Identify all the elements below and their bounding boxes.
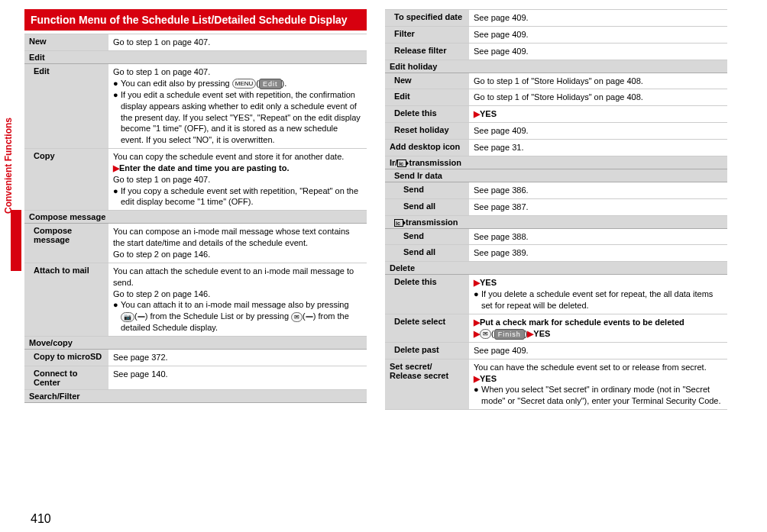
row-copy-label: Copy — [24, 149, 108, 211]
row-ehedit-label: Edit — [385, 89, 469, 106]
row-new-label: New — [24, 34, 108, 51]
mail-key-icon-2: ✉ — [480, 329, 491, 339]
row-delsel-value: ▶Put a check mark for schedule events to… — [469, 314, 727, 342]
edit-bul1-text: You can edit also by pressing — [121, 79, 232, 88]
copy-line2: Enter the date and time you are pasting … — [119, 163, 289, 172]
row-ehdelthis-label: Delete this — [385, 106, 469, 123]
row-ehnew-value: Go to step 1 of "Store Holidays" on page… — [469, 73, 727, 89]
copy-bul1: If you copy a schedule event set with re… — [121, 185, 362, 208]
section-ictrans: ic transmission — [385, 215, 727, 228]
section-ir: Ir/ic transmission — [385, 156, 727, 169]
row-irsendall-value: See page 387. — [469, 198, 727, 215]
row-connect-label: Connect to Center — [24, 366, 108, 389]
left-table: New Go to step 1 on page 407. Edit Edit … — [24, 34, 367, 403]
ic-transfer-icon-2: ic — [394, 219, 403, 227]
row-ehedit-value: Go to step 1 of "Store Holidays" on page… — [469, 89, 727, 106]
row-filter-value: See page 409. — [469, 26, 727, 43]
row-edit-value: Go to step 1 on page 407. ● You can edit… — [108, 63, 367, 148]
row-ehnew-label: New — [385, 73, 469, 89]
row-connect-value: See page 140. — [108, 366, 367, 389]
section-move: Move/copy — [24, 336, 367, 349]
row-irsend-label: Send — [385, 182, 469, 198]
row-new-value: Go to step 1 on page 407. — [108, 34, 367, 51]
row-filter-label: Filter — [385, 26, 469, 43]
row-secret-value: You can have the schedule event set to o… — [469, 359, 727, 409]
left-column: Function Menu of the Schedule List/Detai… — [24, 9, 367, 410]
attach-softkey2-icon — [306, 316, 313, 318]
row-desktop-value: See page 31. — [469, 139, 727, 156]
finish-softkey-icon: Finish — [494, 329, 525, 340]
page: Function Menu of the Schedule List/Detai… — [0, 0, 767, 413]
camera-key-icon: 📷 — [121, 312, 134, 322]
arrow-icon: ▶ — [113, 163, 119, 172]
row-tospec-label: To specified date — [385, 10, 469, 27]
attach-line2: Go to step 2 on page 146. — [113, 289, 362, 300]
row-ehreset-label: Reset holiday — [385, 123, 469, 140]
row-attach-label: Attach to mail — [24, 263, 108, 336]
row-delthis-label: Delete this — [385, 275, 469, 314]
compose-line1: You can compose an i-mode mail message w… — [113, 226, 362, 249]
row-relfilter-value: See page 409. — [469, 43, 727, 60]
compose-line2: Go to step 2 on page 146. — [113, 249, 362, 260]
row-delthis-value: ▶YES ●If you delete a schedule event set… — [469, 275, 727, 314]
row-edit-label: Edit — [24, 63, 108, 148]
row-desktop-label: Add desktop icon — [385, 139, 469, 156]
row-compose-label: Compose message — [24, 224, 108, 263]
attach-line1: You can attach the schedule event to an … — [113, 266, 362, 289]
page-number: 410 — [31, 512, 51, 526]
section-editholiday: Edit holiday — [385, 60, 727, 73]
row-icsend-value: See page 388. — [469, 228, 727, 245]
row-delsel-label: Delete select — [385, 314, 469, 342]
edit-softkey-icon: Edit — [259, 79, 282, 89]
edit-line1: Go to step 1 on page 407. — [113, 66, 362, 78]
row-delpast-value: See page 409. — [469, 342, 727, 359]
row-attach-value: You can attach the schedule event to an … — [108, 263, 367, 336]
attach-mid: from the Schedule List or by pressing — [150, 311, 291, 321]
row-icsendall-label: Send all — [385, 245, 469, 262]
row-ehreset-value: See page 409. — [469, 123, 727, 140]
right-table: To specified date See page 409. Filter S… — [385, 9, 727, 410]
section-sendir: Send Ir data — [385, 169, 727, 182]
attach-softkey1-icon — [138, 316, 145, 318]
row-irsendall-label: Send all — [385, 198, 469, 215]
copy-line3: Go to step 1 on page 407. — [113, 174, 362, 185]
side-tab — [11, 210, 21, 271]
row-irsend-value: See page 386. — [469, 182, 727, 198]
row-relfilter-label: Release filter — [385, 43, 469, 60]
row-microsd-label: Copy to microSD — [24, 349, 108, 366]
row-icsend-label: Send — [385, 228, 469, 245]
mail-key-icon: ✉ — [291, 312, 303, 322]
edit-bul2-text: If you edit a schedule event set with re… — [121, 89, 362, 146]
row-compose-value: You can compose an i-mode mail message w… — [108, 224, 367, 263]
row-secret-label: Set secret/ Release secret — [385, 359, 469, 409]
right-column: To specified date See page 409. Filter S… — [385, 9, 727, 410]
attach-pre: You can attach it to an i-mode mail mess… — [121, 300, 349, 309]
row-microsd-value: See page 372. — [108, 349, 367, 366]
row-tospec-value: See page 409. — [469, 10, 727, 27]
section-compose: Compose message — [24, 211, 367, 224]
row-ehdelthis-value: ▶YES — [469, 106, 727, 123]
row-copy-value: You can copy the schedule event and stor… — [108, 149, 367, 211]
row-delpast-label: Delete past — [385, 342, 469, 359]
section-edit: Edit — [24, 50, 367, 63]
copy-line1: You can copy the schedule event and stor… — [113, 151, 362, 163]
section-search: Search/Filter — [24, 389, 367, 402]
row-icsendall-value: See page 389. — [469, 245, 727, 262]
section-delete: Delete — [385, 262, 727, 275]
page-title: Function Menu of the Schedule List/Detai… — [24, 9, 367, 31]
side-label: Convenient Functions — [3, 118, 14, 214]
menu-key-icon: MENU — [232, 79, 257, 89]
ic-transfer-icon: ic — [397, 160, 406, 167]
